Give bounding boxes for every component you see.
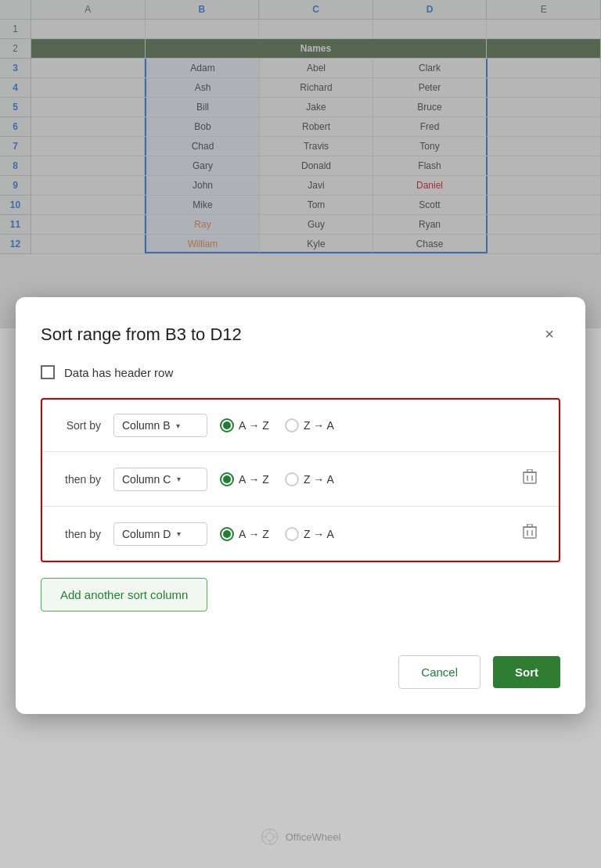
- column-select-3-arrow: ▾: [177, 529, 181, 538]
- sort-by-label-1: Sort by: [58, 419, 101, 432]
- az-radio-3[interactable]: A → Z: [220, 527, 269, 541]
- sort-button[interactable]: Sort: [493, 656, 560, 688]
- az-radio-inner-3: [223, 530, 231, 538]
- delete-rule-2-button[interactable]: [516, 466, 543, 492]
- add-sort-column-button[interactable]: Add another sort column: [41, 578, 207, 612]
- az-radio-inner-2: [223, 475, 231, 483]
- then-by-label-3: then by: [58, 528, 101, 540]
- then-by-label-2: then by: [58, 473, 101, 486]
- svg-rect-5: [524, 527, 536, 538]
- dialog-title: Sort range from B3 to D12: [41, 325, 242, 345]
- column-select-1-arrow: ▾: [176, 421, 180, 430]
- cancel-button[interactable]: Cancel: [398, 655, 480, 689]
- officewheel-logo-icon: [261, 827, 279, 846]
- sort-dialog: Sort range from B3 to D12 × Data has hea…: [16, 297, 585, 714]
- az-radio-outer-1: [220, 418, 234, 432]
- svg-rect-7: [527, 524, 532, 527]
- az-radio-1[interactable]: A → Z: [220, 418, 269, 432]
- watermark: OfficeWheel: [261, 827, 341, 846]
- az-label-2: A → Z: [239, 473, 269, 486]
- za-label-3: Z → A: [304, 528, 334, 540]
- radio-group-2: A → Z Z → A: [220, 472, 504, 486]
- az-radio-inner-1: [223, 421, 231, 429]
- svg-rect-2: [527, 469, 532, 472]
- dialog-footer: Cancel Sort: [41, 655, 560, 689]
- az-label-1: A → Z: [239, 419, 269, 432]
- az-label-3: A → Z: [239, 528, 269, 540]
- svg-rect-0: [524, 472, 536, 483]
- trash-icon-2: [523, 469, 537, 485]
- sort-rule-1: Sort by Column B ▾ A → Z Z → A: [42, 400, 559, 452]
- sort-rule-3: then by Column D ▾ A → Z Z → A: [42, 507, 559, 561]
- za-radio-outer-2: [285, 472, 299, 486]
- column-select-2-value: Column C: [122, 473, 171, 486]
- column-select-3-value: Column D: [122, 528, 171, 540]
- delete-rule-3-button[interactable]: [516, 521, 543, 547]
- header-row-label: Data has header row: [64, 366, 173, 379]
- za-radio-1[interactable]: Z → A: [285, 418, 334, 432]
- za-radio-outer-1: [285, 418, 299, 432]
- za-radio-2[interactable]: Z → A: [285, 472, 334, 486]
- az-radio-outer-3: [220, 527, 234, 541]
- za-radio-outer-3: [285, 527, 299, 541]
- column-select-1[interactable]: Column B ▾: [113, 414, 207, 437]
- close-button[interactable]: ×: [538, 322, 560, 346]
- column-select-2-arrow: ▾: [177, 475, 181, 483]
- header-row-section: Data has header row: [41, 365, 560, 379]
- az-radio-2[interactable]: A → Z: [220, 472, 269, 486]
- az-radio-outer-2: [220, 472, 234, 486]
- radio-group-1: A → Z Z → A: [220, 418, 543, 432]
- za-label-1: Z → A: [304, 419, 334, 432]
- sort-rule-2: then by Column C ▾ A → Z Z → A: [42, 452, 559, 507]
- trash-icon-3: [523, 524, 537, 540]
- column-select-1-value: Column B: [122, 419, 170, 432]
- za-label-2: Z → A: [304, 473, 334, 486]
- sort-rules-container: Sort by Column B ▾ A → Z Z → A t: [41, 398, 560, 562]
- za-radio-3[interactable]: Z → A: [285, 527, 334, 541]
- header-row-checkbox[interactable]: [41, 365, 55, 379]
- svg-point-11: [266, 833, 274, 841]
- watermark-text: OfficeWheel: [286, 831, 341, 843]
- column-select-2[interactable]: Column C ▾: [113, 468, 207, 491]
- background-overlay: [0, 0, 601, 328]
- radio-group-3: A → Z Z → A: [220, 527, 504, 541]
- column-select-3[interactable]: Column D ▾: [113, 522, 207, 546]
- dialog-header: Sort range from B3 to D12 ×: [41, 322, 560, 346]
